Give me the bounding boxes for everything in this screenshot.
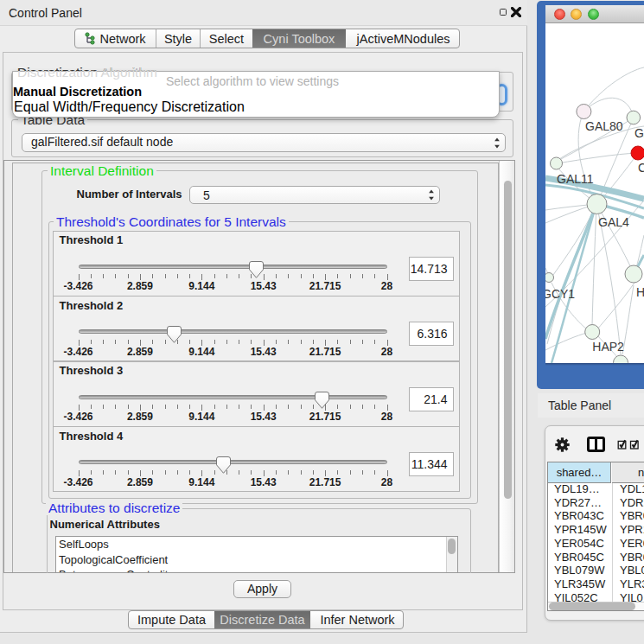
svg-text:GAL4: GAL4 <box>598 215 629 229</box>
svg-text:GCY1: GCY1 <box>545 287 575 301</box>
svg-text:C: C <box>638 161 644 175</box>
svg-text:HAP2: HAP2 <box>592 340 624 354</box>
svg-text:GAL11: GAL11 <box>557 172 594 186</box>
svg-text:GAL80: GAL80 <box>585 119 623 133</box>
svg-text:H: H <box>636 285 644 299</box>
svg-text:GA: GA <box>634 126 644 140</box>
